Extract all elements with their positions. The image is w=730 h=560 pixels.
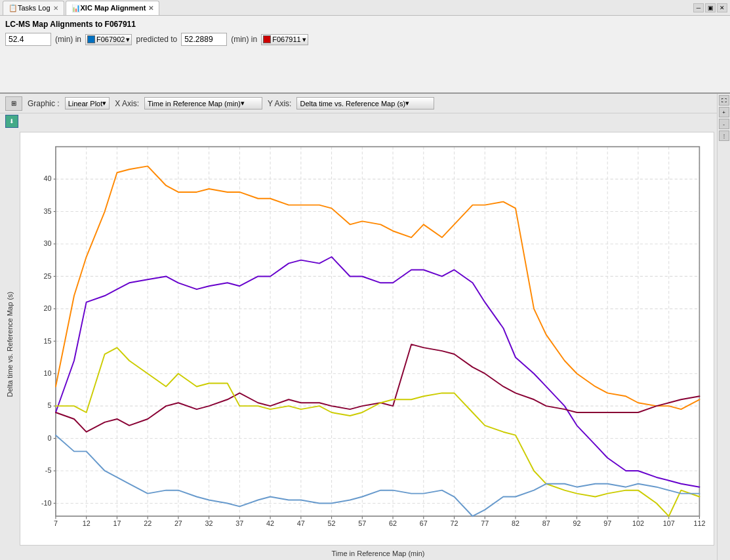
tab-xic-map-close[interactable]: ✕ [148, 5, 153, 12]
x-axis-label-text: X Axis: [115, 99, 139, 108]
svg-text:15: 15 [43, 337, 51, 345]
tasks-log-icon: 📋 [9, 4, 18, 12]
svg-text:82: 82 [512, 520, 519, 528]
graphic-type-dropdown[interactable]: Linear Plot ▾ [65, 97, 110, 110]
svg-text:42: 42 [266, 520, 274, 528]
svg-text:107: 107 [663, 520, 675, 528]
target-map-swatch [263, 35, 271, 43]
svg-text:37: 37 [235, 520, 243, 528]
svg-text:112: 112 [693, 520, 705, 528]
right-sidebar: ⛶ + - ⋮ [717, 94, 730, 560]
zoom-in-button[interactable]: + [719, 107, 729, 117]
predicted-input[interactable] [181, 33, 227, 46]
chart-plot[interactable]: 7121722273237424752576267727782879297102… [20, 132, 714, 546]
tab-xic-map[interactable]: 📊 XIC Map Alignment ✕ [66, 1, 160, 15]
svg-text:-10: -10 [41, 499, 52, 507]
tab-tasks-log-close[interactable]: ✕ [53, 5, 58, 12]
y-axis-label-text: Y Axis: [268, 99, 291, 108]
top-controls: (min) in F067902 ▾ predicted to (min) in… [5, 33, 725, 46]
y-axis-dropdown[interactable]: Delta time vs. Reference Map (s) ▾ [296, 97, 434, 110]
svg-text:92: 92 [573, 520, 580, 528]
chart-row: Delta time vs. Reference Map (s) 7121722… [0, 129, 717, 560]
predicted-unit-label: (min) in [231, 35, 257, 44]
y-axis-chevron: ▾ [405, 99, 409, 108]
svg-text:40: 40 [43, 175, 51, 183]
x-axis-dropdown[interactable]: Time in Reference Map (min) ▾ [144, 97, 262, 110]
svg-text:22: 22 [144, 520, 152, 528]
export-button[interactable]: ⬇ [5, 115, 18, 128]
svg-text:27: 27 [174, 520, 182, 528]
chart-toolbar: ⊞ Graphic : Linear Plot ▾ X Axis: Time i… [0, 94, 717, 113]
input-unit-label: (min) in [55, 35, 81, 44]
header-title: LC-MS Map Alignments to F067911 [5, 20, 725, 29]
tab-tasks-log[interactable]: 📋 Tasks Log ✕ [3, 1, 64, 15]
predicted-to-label: predicted to [136, 35, 177, 44]
graphic-label: Graphic : [28, 99, 60, 108]
source-map-swatch [87, 35, 95, 43]
svg-text:67: 67 [420, 520, 428, 528]
svg-text:32: 32 [205, 520, 213, 528]
source-map-chevron: ▾ [126, 35, 130, 44]
tab-xic-map-label: XIC Map Alignment [81, 4, 146, 12]
svg-text:30: 30 [43, 240, 51, 248]
svg-text:10: 10 [43, 369, 51, 377]
target-map-chevron: ▾ [302, 35, 306, 44]
svg-text:17: 17 [113, 520, 121, 528]
main-panel: LC-MS Map Alignments to F067911 (min) in… [0, 16, 730, 560]
more-button[interactable]: ⋮ [719, 130, 729, 141]
svg-text:87: 87 [542, 520, 550, 528]
graphic-type-label: Linear Plot [68, 100, 103, 108]
graphic-type-chevron: ▾ [102, 99, 106, 108]
svg-text:72: 72 [451, 520, 458, 528]
x-axis-title: Time in Reference Map (min) [20, 548, 717, 560]
chart-area: ⊞ Graphic : Linear Plot ▾ X Axis: Time i… [0, 94, 717, 560]
svg-text:20: 20 [43, 305, 51, 313]
y-axis-value: Delta time vs. Reference Map (s) [300, 100, 405, 108]
y-axis-title: Delta time vs. Reference Map (s) [0, 129, 20, 560]
xic-map-icon: 📊 [71, 4, 81, 12]
svg-text:-5: -5 [45, 467, 52, 475]
zoom-out-button[interactable]: - [719, 119, 729, 129]
tab-bar: 📋 Tasks Log ✕ 📊 XIC Map Alignment ✕ ─ ▣ … [0, 0, 730, 16]
target-map-label: F067911 [272, 35, 300, 43]
svg-text:5: 5 [47, 402, 51, 410]
bottom-section: ⊞ Graphic : Linear Plot ▾ X Axis: Time i… [0, 94, 730, 560]
restore-button[interactable]: ▣ [705, 3, 716, 12]
source-map-dropdown[interactable]: F067902 ▾ [85, 34, 132, 45]
minimize-button[interactable]: ─ [693, 3, 704, 12]
target-map-dropdown[interactable]: F067911 ▾ [261, 34, 308, 45]
svg-text:35: 35 [43, 207, 51, 215]
svg-text:7: 7 [54, 520, 58, 528]
close-button[interactable]: ✕ [717, 3, 727, 12]
svg-text:57: 57 [358, 520, 366, 528]
svg-text:47: 47 [297, 520, 305, 528]
tab-tasks-log-label: Tasks Log [18, 4, 51, 12]
top-section: LC-MS Map Alignments to F067911 (min) in… [0, 16, 730, 94]
source-map-label: F067902 [96, 35, 125, 43]
svg-text:77: 77 [481, 520, 489, 528]
x-axis-chevron: ▾ [241, 99, 245, 108]
svg-text:0: 0 [47, 434, 51, 442]
x-axis-value: Time in Reference Map (min) [148, 100, 241, 108]
svg-text:25: 25 [43, 272, 51, 280]
svg-text:52: 52 [328, 520, 336, 528]
grid-button[interactable]: ⊞ [5, 96, 22, 111]
svg-text:12: 12 [83, 520, 91, 528]
window-controls: ─ ▣ ✕ [693, 3, 730, 12]
svg-text:102: 102 [632, 520, 644, 528]
svg-text:97: 97 [603, 520, 611, 528]
time-input[interactable] [5, 33, 51, 46]
svg-text:62: 62 [389, 520, 397, 528]
zoom-fit-button[interactable]: ⛶ [719, 95, 729, 106]
svg-rect-0 [56, 147, 700, 517]
